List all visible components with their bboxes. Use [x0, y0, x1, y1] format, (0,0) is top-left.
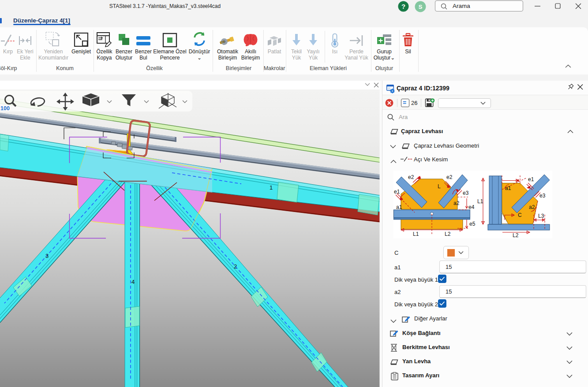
svg-text:L1: L1	[413, 231, 419, 237]
svg-text:e1: e1	[528, 176, 534, 182]
svg-text:e5: e5	[469, 221, 476, 227]
svg-text:S: S	[419, 4, 423, 10]
svg-text:L1: L1	[477, 198, 483, 205]
svg-text:e2: e2	[446, 174, 453, 180]
svg-text:L: L	[438, 183, 441, 190]
svg-text:e2: e2	[408, 174, 414, 180]
svg-text:3: 3	[45, 253, 49, 259]
svg-text:?: ?	[401, 3, 405, 10]
svg-text:100: 100	[0, 105, 10, 112]
svg-text:2: 2	[234, 263, 237, 270]
svg-text:a1: a1	[396, 204, 402, 210]
svg-text:C: C	[518, 212, 522, 218]
svg-text:e3: e3	[463, 190, 469, 196]
svg-text:e3: e3	[539, 193, 546, 199]
svg-text:a2: a2	[529, 204, 535, 210]
svg-text:L3: L3	[538, 213, 544, 219]
svg-text:e4: e4	[468, 204, 475, 210]
svg-text:L2: L2	[445, 231, 451, 237]
svg-text:4: 4	[131, 279, 135, 285]
svg-text:a2: a2	[453, 200, 460, 206]
svg-text:a1: a1	[505, 185, 511, 191]
svg-text:L2: L2	[513, 232, 519, 238]
svg-text:e1: e1	[394, 189, 400, 195]
svg-text:1: 1	[270, 184, 273, 191]
